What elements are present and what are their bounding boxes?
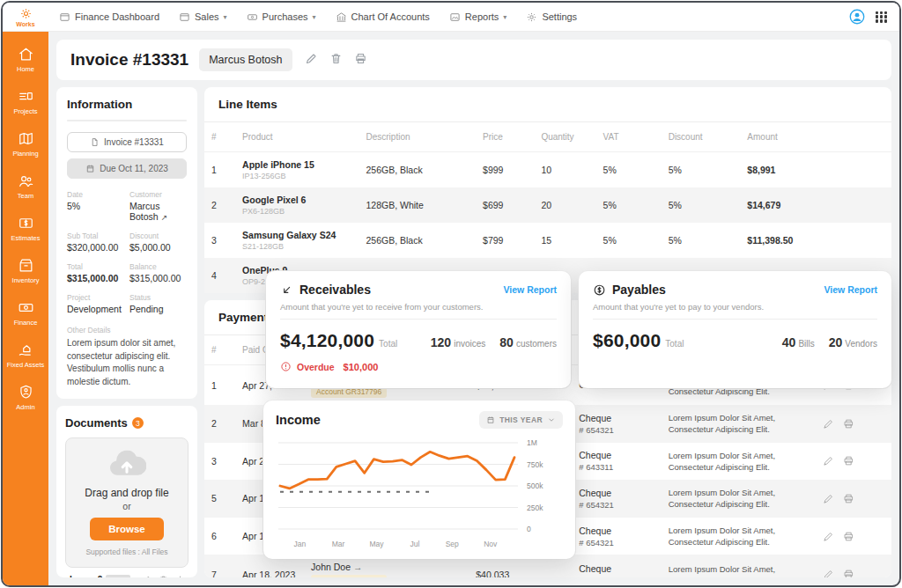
nav-chart-of-accounts[interactable]: Chart Of Accounts bbox=[336, 11, 430, 23]
app-window: Works Finance Dashboard Sales ▾ Purchase… bbox=[1, 1, 901, 587]
documents-title: Documents bbox=[65, 416, 128, 430]
receivables-title: Receivables bbox=[299, 283, 371, 297]
delete-document-button[interactable] bbox=[159, 575, 168, 577]
document-list-item[interactable]: Image 2TAG1 Lorem Ipsum Dolor Sit Amet, … bbox=[65, 568, 189, 577]
caret-down-icon: ▾ bbox=[313, 13, 316, 21]
delete-invoice-button[interactable] bbox=[329, 52, 343, 69]
bank-icon bbox=[336, 11, 347, 23]
svg-text:Sep: Sep bbox=[446, 540, 459, 548]
nav-reports[interactable]: Reports ▾ bbox=[449, 11, 507, 23]
account-badge: Account GR317796 bbox=[311, 575, 387, 577]
payables-total: $60,000 bbox=[593, 330, 661, 351]
sidebar-label: Inventory bbox=[12, 276, 40, 284]
field-status: StatusPending bbox=[129, 293, 187, 314]
sidebar-item-fixed-assets[interactable]: Fixed Assets bbox=[3, 338, 48, 372]
home-icon bbox=[18, 46, 34, 62]
dollar-circle-icon bbox=[593, 283, 606, 297]
sidebar-label: Team bbox=[18, 192, 33, 200]
print-payment-button[interactable] bbox=[843, 569, 854, 577]
nav-finance-dashboard[interactable]: Finance Dashboard bbox=[59, 11, 159, 23]
inventory-icon bbox=[18, 257, 34, 274]
nav-purchases[interactable]: Purchases ▾ bbox=[247, 11, 316, 23]
print-payment-button[interactable] bbox=[843, 418, 854, 430]
browse-button[interactable]: Browse bbox=[90, 518, 164, 540]
col-num: # bbox=[204, 335, 235, 365]
nav-label: Chart Of Accounts bbox=[351, 11, 430, 22]
field-date: Date5% bbox=[67, 190, 124, 222]
field-customer[interactable]: CustomerMarcus Botosh ↗ bbox=[129, 190, 187, 222]
sidebar-label: Admin bbox=[16, 403, 34, 411]
payables-desc: Amount that you're yet to pay to your ve… bbox=[593, 302, 877, 320]
sidebar-item-inventory[interactable]: Inventory bbox=[3, 254, 48, 288]
logo-text: Works bbox=[16, 21, 34, 27]
print-payment-button[interactable] bbox=[843, 493, 854, 504]
svg-text:750k: 750k bbox=[527, 460, 543, 469]
download-document-button[interactable] bbox=[175, 575, 185, 577]
line-item-row[interactable]: 2 Google Pixel 6PX6-128GB 128GB, White $… bbox=[204, 187, 891, 223]
documents-count-badge: 3 bbox=[132, 417, 144, 429]
col-amount: Amount bbox=[740, 122, 891, 152]
nav-settings[interactable]: Settings bbox=[526, 11, 577, 23]
invoices-label: invoices bbox=[454, 339, 485, 349]
printer-icon bbox=[354, 52, 367, 65]
edit-payment-button[interactable] bbox=[823, 418, 834, 430]
bills-count: 40 bbox=[782, 335, 796, 349]
sidebar-item-home[interactable]: Home bbox=[3, 42, 48, 77]
edit-document-button[interactable] bbox=[142, 575, 152, 577]
line-item-row[interactable]: 3 Samsung Galaxy S24S21-128GB 256GB, Bla… bbox=[204, 223, 891, 258]
sidebar-item-admin[interactable]: Admin bbox=[3, 380, 48, 415]
edit-payment-button[interactable] bbox=[823, 493, 834, 504]
print-invoice-button[interactable] bbox=[354, 52, 367, 69]
trash-icon bbox=[329, 52, 343, 65]
right-arrow-icon: → bbox=[353, 562, 363, 572]
sidebar-item-estimates[interactable]: Estimates bbox=[3, 211, 48, 246]
print-payment-button[interactable] bbox=[843, 455, 854, 467]
caret-down-icon: ▾ bbox=[224, 13, 227, 21]
user-avatar[interactable] bbox=[849, 9, 865, 25]
file-dropzone[interactable]: Drag and drop file or Browse Supported f… bbox=[65, 437, 189, 568]
document-icon bbox=[90, 137, 100, 147]
documents-panel: Documents 3 Drag and drop file or Browse… bbox=[56, 406, 197, 577]
alert-circle-icon bbox=[280, 361, 292, 372]
app-logo[interactable]: Works bbox=[3, 3, 48, 32]
edit-payment-button[interactable] bbox=[823, 531, 834, 542]
payables-title: Payables bbox=[612, 283, 666, 297]
overdue-amount: $10,000 bbox=[344, 362, 379, 372]
edit-payment-button[interactable] bbox=[823, 569, 834, 577]
page-title: Invoice #13331 bbox=[70, 50, 189, 70]
due-date-button[interactable]: Due Oct 11, 2023 bbox=[67, 158, 187, 179]
svg-text:Jan: Jan bbox=[294, 540, 307, 548]
customer-badge[interactable]: Marcus Botosh bbox=[199, 48, 292, 71]
nav-sales[interactable]: Sales ▾ bbox=[179, 11, 227, 23]
payables-view-report-link[interactable]: View Report bbox=[824, 284, 878, 295]
sidebar-item-projects[interactable]: Projects bbox=[3, 85, 48, 119]
invoice-number-button[interactable]: Invoice #13331 bbox=[67, 132, 187, 152]
edit-payment-button[interactable] bbox=[823, 455, 834, 467]
period-selector[interactable]: THIS YEAR bbox=[479, 411, 563, 429]
sidebar-item-planning[interactable]: Planning bbox=[3, 127, 48, 161]
overdue-label: Overdue bbox=[297, 362, 335, 372]
team-icon bbox=[18, 173, 34, 189]
apps-grid-icon[interactable] bbox=[876, 11, 887, 23]
line-item-row[interactable]: 1 Apple iPhone 15IP13-256GB 256GB, Black… bbox=[204, 152, 891, 188]
col-description: Description bbox=[359, 122, 476, 152]
receivables-desc: Amount that you're yet to receive from y… bbox=[280, 302, 557, 320]
information-title: Information bbox=[67, 98, 187, 111]
divider bbox=[67, 120, 187, 121]
svg-text:May: May bbox=[369, 540, 384, 548]
svg-text:500k: 500k bbox=[527, 481, 543, 490]
edit-invoice-button[interactable] bbox=[305, 52, 318, 69]
nav-label: Finance Dashboard bbox=[75, 11, 159, 22]
gear-icon bbox=[19, 7, 33, 20]
sidebar-label: Estimates bbox=[11, 234, 41, 242]
field-balance: Balance$315,000.00 bbox=[129, 262, 187, 283]
admin-icon bbox=[18, 384, 34, 401]
sidebar-item-team[interactable]: Team bbox=[3, 169, 48, 203]
print-payment-button[interactable] bbox=[843, 531, 854, 542]
sidebar-label: Home bbox=[17, 65, 34, 73]
total-label: Total bbox=[665, 339, 684, 349]
sidebar-label: Projects bbox=[13, 107, 37, 115]
sidebar-item-finance[interactable]: Finance bbox=[3, 296, 48, 330]
receivables-view-report-link[interactable]: View Report bbox=[504, 284, 558, 295]
invoices-count: 120 bbox=[431, 335, 451, 349]
